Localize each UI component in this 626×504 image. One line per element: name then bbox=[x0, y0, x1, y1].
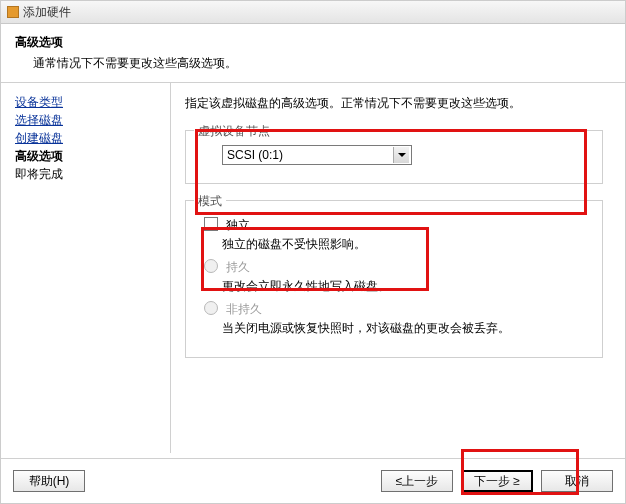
page-title: 高级选项 bbox=[15, 34, 611, 51]
group-legend-mode: 模式 bbox=[194, 193, 226, 210]
sidebar-step-create-disk[interactable]: 创建磁盘 bbox=[15, 129, 170, 147]
back-button[interactable]: ≤上一步 bbox=[381, 470, 453, 492]
wizard-header: 高级选项 通常情况下不需要更改这些高级选项。 bbox=[1, 24, 625, 80]
independent-label: 独立 bbox=[226, 218, 250, 232]
app-icon bbox=[7, 6, 19, 18]
sidebar-step-advanced: 高级选项 bbox=[15, 147, 170, 165]
device-node-select[interactable]: SCSI (0:1) bbox=[222, 145, 412, 165]
wizard-footer: 帮助(H) ≤上一步 下一步 ≥ 取消 bbox=[1, 458, 625, 503]
nonpersistent-option: 非持久 bbox=[204, 301, 590, 318]
device-node-value: SCSI (0:1) bbox=[227, 148, 283, 162]
nonpersistent-label: 非持久 bbox=[226, 302, 262, 316]
sidebar-step-select-disk[interactable]: 选择磁盘 bbox=[15, 111, 170, 129]
virtual-device-node-group: 虚拟设备节点 SCSI (0:1) bbox=[185, 130, 603, 184]
window-title: 添加硬件 bbox=[23, 1, 71, 23]
next-button[interactable]: 下一步 ≥ bbox=[461, 470, 533, 492]
sidebar-step-finish: 即将完成 bbox=[15, 165, 170, 183]
nonpersistent-desc: 当关闭电源或恢复快照时，对该磁盘的更改会被丢弃。 bbox=[222, 320, 590, 337]
sidebar-step-device-type[interactable]: 设备类型 bbox=[15, 93, 170, 111]
independent-desc: 独立的磁盘不受快照影响。 bbox=[222, 236, 590, 253]
title-bar: 添加硬件 bbox=[1, 1, 625, 24]
persistent-option: 持久 bbox=[204, 259, 590, 276]
page-subtitle: 通常情况下不需要更改这些高级选项。 bbox=[33, 55, 611, 72]
wizard-steps-sidebar: 设备类型 选择磁盘 创建磁盘 高级选项 即将完成 bbox=[1, 83, 171, 453]
persistent-desc: 更改会立即永久性地写入磁盘。 bbox=[222, 278, 590, 295]
content-description: 指定该虚拟磁盘的高级选项。正常情况下不需要更改这些选项。 bbox=[185, 95, 609, 112]
chevron-down-icon bbox=[393, 147, 409, 163]
wizard-content: 指定该虚拟磁盘的高级选项。正常情况下不需要更改这些选项。 虚拟设备节点 SCSI… bbox=[171, 83, 625, 453]
radio-icon bbox=[204, 259, 218, 273]
independent-option[interactable]: 独立 bbox=[204, 217, 590, 234]
persistent-label: 持久 bbox=[226, 260, 250, 274]
wizard-body: 设备类型 选择磁盘 创建磁盘 高级选项 即将完成 指定该虚拟磁盘的高级选项。正常… bbox=[1, 83, 625, 453]
help-button[interactable]: 帮助(H) bbox=[13, 470, 85, 492]
mode-group: 模式 独立 独立的磁盘不受快照影响。 持久 更改会立即永久性地写入磁盘。 非持久… bbox=[185, 200, 603, 358]
checkbox-icon bbox=[204, 217, 218, 231]
cancel-button[interactable]: 取消 bbox=[541, 470, 613, 492]
wizard-window: 添加硬件 高级选项 通常情况下不需要更改这些高级选项。 设备类型 选择磁盘 创建… bbox=[0, 0, 626, 504]
group-legend-node: 虚拟设备节点 bbox=[194, 123, 274, 140]
radio-icon bbox=[204, 301, 218, 315]
